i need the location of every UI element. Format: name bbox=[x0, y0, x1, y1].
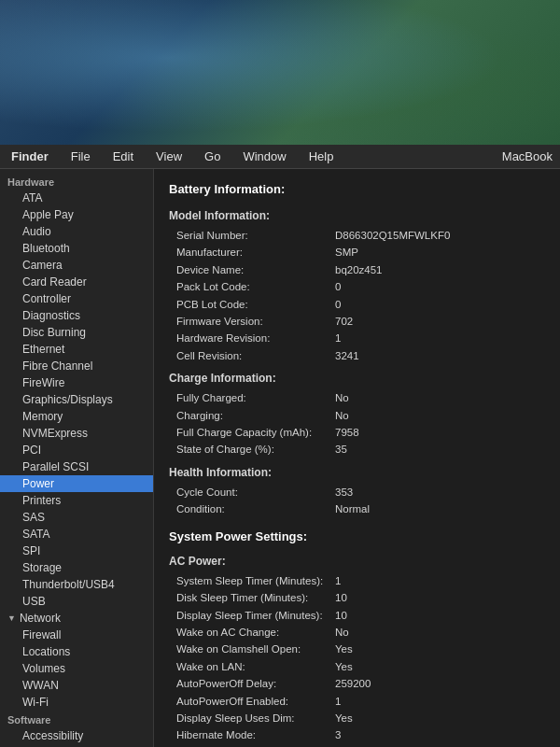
ac-autopoweroff-enabled-value: 1 bbox=[335, 693, 341, 710]
charging-label: Charging: bbox=[176, 407, 335, 424]
sidebar-item-firewall[interactable]: Firewall bbox=[0, 627, 153, 643]
manufacturer-label: Manufacturer: bbox=[176, 244, 335, 261]
charging-row: Charging: No bbox=[169, 407, 545, 424]
ac-disk-sleep-row: Disk Sleep Timer (Minutes): 10 bbox=[169, 589, 545, 606]
sidebar-item-locations[interactable]: Locations bbox=[0, 643, 153, 660]
menubar-view[interactable]: View bbox=[152, 148, 186, 165]
sidebar-item-thunderbolt[interactable]: Thunderbolt/USB4 bbox=[0, 576, 153, 593]
ac-display-sleep-dim-row: Display Sleep Uses Dim: Yes bbox=[169, 710, 545, 726]
ac-disk-sleep-value: 10 bbox=[335, 589, 347, 606]
sidebar-item-graphicsdisplays[interactable]: Graphics/Displays bbox=[0, 391, 153, 408]
ac-wake-ac-label: Wake on AC Change: bbox=[176, 624, 335, 641]
firmware-value: 702 bbox=[335, 313, 353, 330]
model-info-group: Model Information: Serial Number: D86630… bbox=[169, 207, 545, 364]
full-charge-capacity-label: Full Charge Capacity (mAh): bbox=[176, 424, 335, 441]
ac-wake-ac-row: Wake on AC Change: No bbox=[169, 624, 545, 641]
ac-power-group: AC Power: System Sleep Timer (Minutes): … bbox=[169, 553, 545, 747]
system-power-title: System Power Settings: bbox=[169, 528, 545, 547]
menubar-left: Finder File Edit View Go Window Help bbox=[7, 148, 502, 165]
sidebar-item-usb[interactable]: USB bbox=[0, 593, 153, 610]
battery-title: Battery Information: bbox=[169, 180, 545, 200]
menubar-go[interactable]: Go bbox=[201, 148, 224, 165]
manufacturer-value: SMP bbox=[335, 244, 358, 261]
sidebar-item-parallelscsi[interactable]: Parallel SCSI bbox=[0, 458, 153, 475]
sidebar-item-wifi[interactable]: Wi-Fi bbox=[0, 694, 153, 711]
pcb-lot-row: PCB Lot Code: 0 bbox=[169, 296, 545, 313]
ac-system-sleep-value: 1 bbox=[335, 572, 341, 589]
menubar-finder[interactable]: Finder bbox=[7, 148, 52, 165]
sidebar-item-pci[interactable]: PCI bbox=[0, 442, 153, 458]
ac-wake-lan-label: Wake on LAN: bbox=[176, 658, 335, 675]
pcb-lot-label: PCB Lot Code: bbox=[176, 296, 335, 313]
sidebar-item-diagnostics[interactable]: Diagnostics bbox=[0, 307, 153, 324]
hardware-rev-value: 1 bbox=[335, 330, 341, 346]
ac-autopoweroff-enabled-label: AutoPowerOff Enabled: bbox=[176, 693, 335, 710]
sidebar-item-printers[interactable]: Printers bbox=[0, 492, 153, 509]
sidebar-item-storage[interactable]: Storage bbox=[0, 559, 153, 576]
hardware-rev-label: Hardware Revision: bbox=[176, 330, 335, 346]
sidebar-item-nvmexpress[interactable]: NVMExpress bbox=[0, 425, 153, 442]
software-section-label: Software bbox=[0, 711, 153, 727]
sidebar-item-controller[interactable]: Controller bbox=[0, 290, 153, 307]
hardware-section-label: Hardware bbox=[0, 173, 153, 190]
sidebar-item-discburning[interactable]: Disc Burning bbox=[0, 324, 153, 341]
ac-wake-lan-value: Yes bbox=[335, 658, 353, 675]
sidebar-item-memory[interactable]: Memory bbox=[0, 408, 153, 425]
ac-hibernate-mode-row: Hibernate Mode: 3 bbox=[169, 726, 545, 743]
cycle-count-row: Cycle Count: 353 bbox=[169, 484, 545, 500]
sidebar-item-wwan[interactable]: WWAN bbox=[0, 677, 153, 694]
sidebar-item-accessibility[interactable]: Accessibility bbox=[0, 727, 153, 744]
condition-row: Condition: Normal bbox=[169, 500, 545, 517]
sidebar-item-sas[interactable]: SAS bbox=[0, 509, 153, 526]
pcb-lot-value: 0 bbox=[335, 296, 341, 313]
fully-charged-row: Fully Charged: No bbox=[169, 389, 545, 406]
sidebar-item-audio[interactable]: Audio bbox=[0, 223, 153, 240]
ac-display-sleep-row: Display Sleep Timer (Minutes): 10 bbox=[169, 607, 545, 624]
ac-display-sleep-dim-label: Display Sleep Uses Dim: bbox=[176, 710, 335, 726]
condition-label: Condition: bbox=[176, 500, 335, 517]
sidebar: Hardware ATA Apple Pay Audio Bluetooth C… bbox=[0, 169, 154, 747]
cell-rev-label: Cell Revision: bbox=[176, 347, 335, 364]
hardware-rev-row: Hardware Revision: 1 bbox=[169, 330, 545, 346]
network-section-label: Network bbox=[20, 612, 61, 625]
charging-value: No bbox=[335, 407, 349, 424]
sidebar-item-fibrechannel[interactable]: Fibre Channel bbox=[0, 358, 153, 374]
sidebar-item-volumes[interactable]: Volumes bbox=[0, 660, 153, 677]
menubar-file[interactable]: File bbox=[67, 148, 94, 165]
sidebar-item-bluetooth[interactable]: Bluetooth bbox=[0, 240, 153, 257]
menubar-help[interactable]: Help bbox=[305, 148, 338, 165]
state-of-charge-value: 35 bbox=[335, 441, 347, 458]
menubar-edit[interactable]: Edit bbox=[109, 148, 137, 165]
pack-lot-row: Pack Lot Code: 0 bbox=[169, 278, 545, 295]
sidebar-item-ata[interactable]: ATA bbox=[0, 190, 153, 206]
sidebar-item-applepay[interactable]: Apple Pay bbox=[0, 206, 153, 223]
firmware-row: Firmware Version: 702 bbox=[169, 313, 545, 330]
ac-wake-ac-value: No bbox=[335, 624, 349, 641]
cell-rev-value: 3241 bbox=[335, 347, 359, 364]
fully-charged-value: No bbox=[335, 389, 349, 406]
ac-autopoweroff-delay-label: AutoPowerOff Delay: bbox=[176, 675, 335, 692]
sidebar-item-camera[interactable]: Camera bbox=[0, 257, 153, 274]
network-group-header[interactable]: ▼ Network bbox=[0, 610, 153, 627]
ac-system-sleep-label: System Sleep Timer (Minutes): bbox=[176, 572, 335, 589]
sidebar-item-power[interactable]: Power bbox=[0, 475, 153, 492]
ac-display-sleep-value: 10 bbox=[335, 607, 347, 624]
firmware-label: Firmware Version: bbox=[176, 313, 335, 330]
cycle-count-value: 353 bbox=[335, 484, 353, 500]
menubar-window[interactable]: Window bbox=[239, 148, 289, 165]
sidebar-item-ethernet[interactable]: Ethernet bbox=[0, 341, 153, 358]
manufacturer-row: Manufacturer: SMP bbox=[169, 244, 545, 261]
sidebar-item-spi[interactable]: SPI bbox=[0, 543, 153, 559]
sidebar-item-firewire[interactable]: FireWire bbox=[0, 374, 153, 391]
content-panel: Battery Information: Model Information: … bbox=[154, 169, 560, 747]
network-triangle-icon: ▼ bbox=[7, 613, 16, 623]
fully-charged-label: Fully Charged: bbox=[176, 389, 335, 406]
pack-lot-label: Pack Lot Code: bbox=[176, 278, 335, 295]
state-of-charge-row: State of Charge (%): 35 bbox=[169, 441, 545, 458]
ac-disk-sleep-label: Disk Sleep Timer (Minutes): bbox=[176, 589, 335, 606]
ac-wake-clamshell-value: Yes bbox=[335, 641, 353, 657]
sidebar-item-sata[interactable]: SATA bbox=[0, 526, 153, 543]
sidebar-item-cardreader[interactable]: Card Reader bbox=[0, 274, 153, 290]
ac-display-sleep-label: Display Sleep Timer (Minutes): bbox=[176, 607, 335, 624]
health-info-group: Health Information: Cycle Count: 353 Con… bbox=[169, 464, 545, 518]
